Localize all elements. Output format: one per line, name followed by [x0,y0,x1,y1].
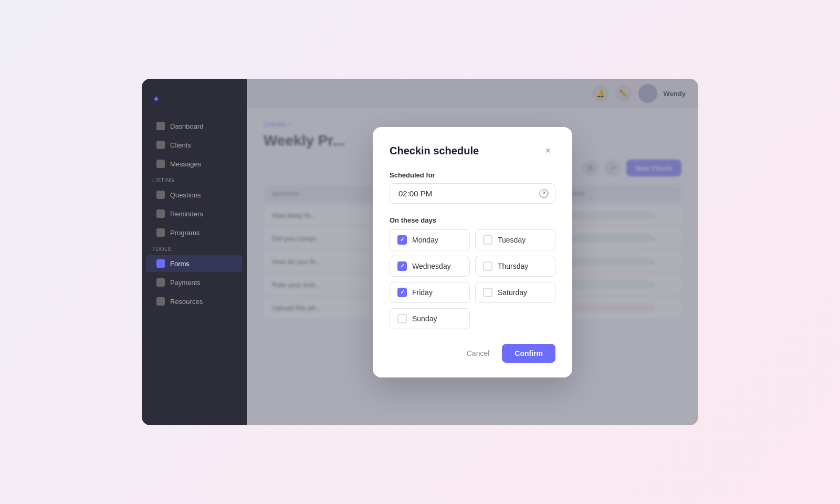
day-thursday[interactable]: Thursday [475,256,555,277]
friday-label: Friday [412,288,433,297]
time-input-wrapper: 🕐 [390,183,555,204]
sidebar: ✦ Dashboard Clients Messages Listing Que… [142,79,247,425]
sidebar-item-programs[interactable]: Programs [146,224,243,241]
day-friday[interactable]: Friday [390,282,470,303]
thursday-label: Thursday [498,262,528,270]
time-input[interactable] [390,183,555,204]
forms-icon [156,259,165,268]
close-button[interactable]: × [541,144,555,159]
monday-label: Monday [412,236,438,244]
sidebar-item-resources[interactable]: Resources [146,293,243,310]
day-saturday[interactable]: Saturday [475,282,555,303]
sidebar-group-listing: Listing [142,174,247,184]
cancel-button[interactable]: Cancel [460,344,496,363]
modal-title: Checkin schedule [390,145,479,157]
dashboard-icon [156,122,165,130]
reminders-icon [156,209,165,218]
sidebar-item-reminders[interactable]: Reminders [146,205,243,222]
modal-header: Checkin schedule × [390,144,555,159]
sidebar-item-questions[interactable]: Questions [146,186,243,203]
sidebar-item-messages[interactable]: Messages [146,155,243,172]
sunday-label: Sunday [412,314,437,323]
modal-overlay: Checkin schedule × Scheduled for 🕐 On th… [247,79,698,425]
wednesday-label: Wednesday [412,262,451,270]
sidebar-item-clients[interactable]: Clients [146,136,243,153]
day-monday[interactable]: Monday [390,229,470,250]
thursday-checkbox [483,261,492,271]
resources-icon [156,297,165,306]
payments-icon [156,278,165,287]
main-content: 🔔 ✏️ Wendy Checkin > Weekly Pr... ⚙ ↗ Ne… [247,79,698,425]
programs-icon [156,228,165,237]
tuesday-checkbox [483,235,492,245]
app-window: ✦ Dashboard Clients Messages Listing Que… [142,79,698,425]
sidebar-item-dashboard[interactable]: Dashboard [146,118,243,134]
day-tuesday[interactable]: Tuesday [475,229,555,250]
saturday-label: Saturday [498,288,527,297]
saturday-checkbox [483,288,492,297]
wednesday-checkbox [397,261,407,271]
monday-checkbox [397,235,407,245]
app-logo: ✦ [142,89,247,116]
confirm-button[interactable]: Confirm [502,344,555,363]
sunday-checkbox [397,314,407,323]
checkin-schedule-modal: Checkin schedule × Scheduled for 🕐 On th… [373,127,572,377]
friday-checkbox [397,288,407,297]
sidebar-group-tools: Tools [142,243,247,253]
day-wednesday[interactable]: Wednesday [390,256,470,277]
day-sunday[interactable]: Sunday [390,308,470,329]
scheduled-for-label: Scheduled for [390,171,555,179]
sidebar-item-payments[interactable]: Payments [146,274,243,291]
sidebar-item-forms[interactable]: Forms [146,255,243,272]
questions-icon [156,191,165,199]
modal-footer: Cancel Confirm [390,344,555,363]
days-grid: Monday Tuesday Wednesday T [390,229,555,329]
clients-icon [156,141,165,149]
clock-icon: 🕐 [539,188,549,198]
messages-icon [156,160,165,168]
on-these-days-label: On these days [390,216,555,224]
tuesday-label: Tuesday [498,236,526,244]
